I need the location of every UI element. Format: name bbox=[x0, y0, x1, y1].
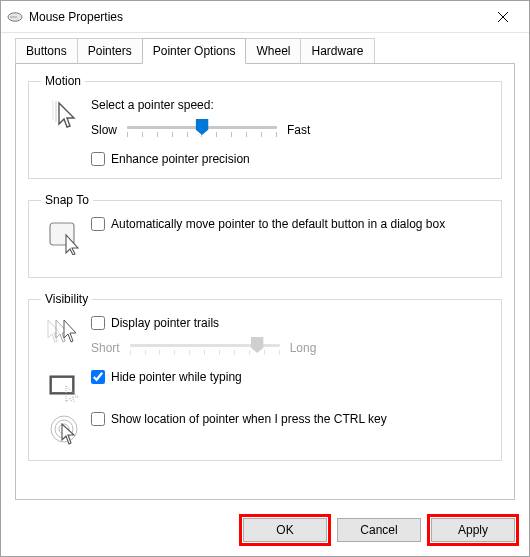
mouse-properties-window: Mouse Properties Buttons Pointers Pointe… bbox=[0, 0, 530, 557]
trails-row[interactable]: Display pointer trails bbox=[91, 316, 489, 330]
ctrl-locate-row[interactable]: Show location of pointer when I press th… bbox=[91, 412, 489, 426]
motion-cursor-icon bbox=[41, 98, 91, 134]
titlebar: Mouse Properties bbox=[1, 1, 529, 33]
ctrl-locate-label: Show location of pointer when I press th… bbox=[111, 412, 387, 426]
enhance-precision-checkbox[interactable] bbox=[91, 152, 105, 166]
trails-label: Display pointer trails bbox=[111, 316, 219, 330]
ctrl-locate-icon bbox=[41, 412, 91, 448]
dialog-buttons: OK Cancel Apply bbox=[1, 510, 529, 556]
tab-buttons[interactable]: Buttons bbox=[15, 38, 78, 64]
snapto-icon bbox=[41, 217, 91, 255]
trails-length-slider bbox=[130, 336, 280, 360]
pointer-speed-slider[interactable] bbox=[127, 118, 277, 142]
tab-content: Motion Select a pointer speed: Slow bbox=[15, 63, 515, 500]
hide-typing-row[interactable]: Hide pointer while typing bbox=[91, 370, 489, 384]
trails-icon bbox=[41, 316, 91, 346]
snapto-group: Snap To Automatically move pointer to th… bbox=[28, 193, 502, 278]
svg-rect-6 bbox=[52, 378, 72, 392]
motion-legend: Motion bbox=[41, 74, 85, 88]
close-button[interactable] bbox=[483, 3, 523, 31]
apply-button[interactable]: Apply bbox=[431, 518, 515, 542]
pointer-speed-label: Select a pointer speed: bbox=[91, 98, 489, 112]
enhance-precision-label: Enhance pointer precision bbox=[111, 152, 250, 166]
motion-group: Motion Select a pointer speed: Slow bbox=[28, 74, 502, 179]
cancel-button[interactable]: Cancel bbox=[337, 518, 421, 542]
tab-pointer-options[interactable]: Pointer Options bbox=[142, 38, 247, 64]
snapto-row[interactable]: Automatically move pointer to the defaul… bbox=[91, 217, 489, 231]
tab-wheel[interactable]: Wheel bbox=[245, 38, 301, 64]
mouse-icon bbox=[7, 11, 23, 23]
visibility-group: Visibility Display pointer trails bbox=[28, 292, 502, 461]
hide-typing-checkbox[interactable] bbox=[91, 370, 105, 384]
hide-typing-icon bbox=[41, 370, 91, 402]
visibility-legend: Visibility bbox=[41, 292, 92, 306]
snapto-label: Automatically move pointer to the defaul… bbox=[111, 217, 445, 231]
enhance-precision-row[interactable]: Enhance pointer precision bbox=[91, 152, 489, 166]
speed-slow-label: Slow bbox=[91, 123, 117, 137]
window-title: Mouse Properties bbox=[29, 10, 483, 24]
ok-button[interactable]: OK bbox=[243, 518, 327, 542]
speed-fast-label: Fast bbox=[287, 123, 310, 137]
trails-short-label: Short bbox=[91, 341, 120, 355]
ctrl-locate-checkbox[interactable] bbox=[91, 412, 105, 426]
tab-pointers[interactable]: Pointers bbox=[77, 38, 143, 64]
snapto-checkbox[interactable] bbox=[91, 217, 105, 231]
trails-long-label: Long bbox=[290, 341, 317, 355]
trails-checkbox[interactable] bbox=[91, 316, 105, 330]
tab-strip: Buttons Pointers Pointer Options Wheel H… bbox=[1, 33, 529, 63]
snapto-legend: Snap To bbox=[41, 193, 93, 207]
tab-hardware[interactable]: Hardware bbox=[300, 38, 374, 64]
hide-typing-label: Hide pointer while typing bbox=[111, 370, 242, 384]
